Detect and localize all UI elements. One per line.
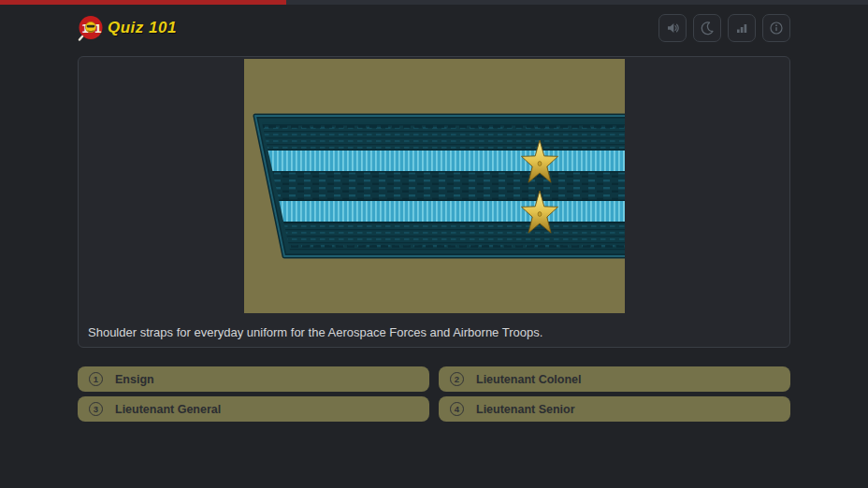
header: 1 1 Quiz 101	[78, 13, 790, 43]
logo-badge-icon: 1 1	[78, 15, 104, 41]
app-title: Quiz 101	[108, 19, 177, 37]
answer-button-1[interactable]: 1 Ensign	[78, 366, 429, 392]
answer-label: Lieutenant General	[115, 403, 221, 416]
answer-label: Ensign	[115, 373, 154, 386]
volume-icon	[665, 21, 680, 36]
answers-grid: 1 Ensign 2 Lieutenant Colonel 3 Lieutena…	[78, 366, 790, 422]
question-caption: Shoulder straps for everyday uniform for…	[79, 313, 789, 339]
info-icon	[769, 21, 784, 36]
question-card: Shoulder straps for everyday uniform for…	[78, 56, 790, 348]
info-button[interactable]	[762, 14, 790, 42]
stats-button[interactable]	[728, 14, 756, 42]
progress-bar	[0, 0, 868, 5]
answer-number: 3	[89, 402, 103, 416]
answer-button-3[interactable]: 3 Lieutenant General	[78, 396, 429, 422]
question-image	[244, 59, 625, 313]
answer-number: 2	[450, 372, 464, 386]
progress-bar-fill	[0, 0, 286, 5]
answer-button-2[interactable]: 2 Lieutenant Colonel	[439, 366, 790, 392]
quiz-logo: 1 1 Quiz 101	[78, 15, 177, 41]
answer-number: 4	[450, 402, 464, 416]
answer-number: 1	[89, 372, 103, 386]
answer-label: Lieutenant Senior	[476, 403, 575, 416]
answer-button-4[interactable]: 4 Lieutenant Senior	[439, 396, 790, 422]
moon-icon	[700, 21, 715, 36]
sound-button[interactable]	[658, 14, 687, 42]
toolbar	[658, 14, 790, 42]
theme-button[interactable]	[693, 14, 721, 42]
bar-chart-icon	[734, 21, 749, 36]
answer-label: Lieutenant Colonel	[476, 373, 582, 386]
